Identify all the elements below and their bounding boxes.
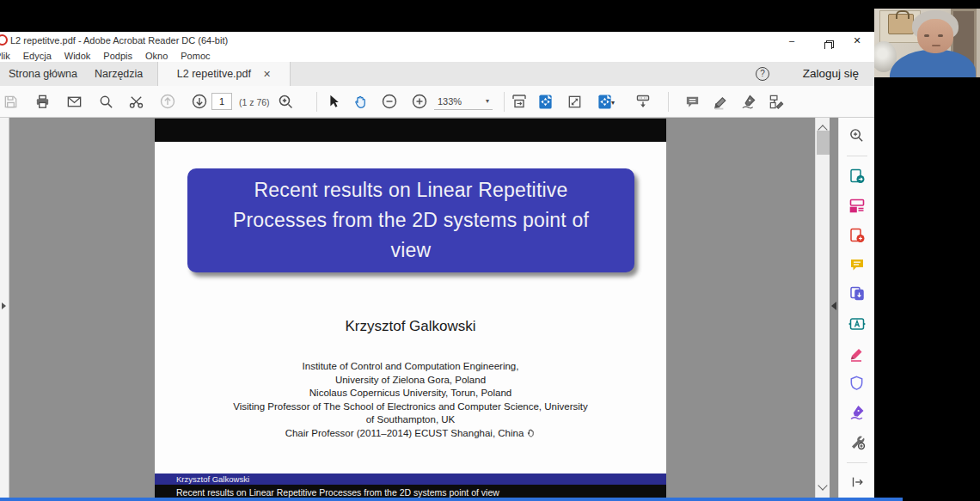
left-panel-rail[interactable] <box>0 118 9 501</box>
video-overlay-line <box>0 498 903 501</box>
affiliation-line: Institute of Control and Computation Eng… <box>155 360 666 374</box>
organize-pages-icon[interactable] <box>846 195 868 217</box>
chevron-down-icon: ▾ <box>486 97 489 105</box>
slide-top-black-band <box>155 119 666 142</box>
fill-sign-icon[interactable] <box>765 89 786 113</box>
scrolling-mode-icon[interactable] <box>633 89 653 113</box>
zoom-level-dropdown[interactable]: 133% ▾ <box>434 93 493 110</box>
scroll-down-icon[interactable] <box>819 482 826 489</box>
scan-ocr-icon[interactable] <box>846 313 868 334</box>
create-pdf-icon[interactable] <box>846 224 868 246</box>
affiliation-line: of Southampton, UK <box>155 413 666 427</box>
menu-widok[interactable]: Widok <box>64 51 91 61</box>
help-icon[interactable]: ? <box>756 67 769 81</box>
previous-page-icon[interactable] <box>157 89 178 113</box>
comment-tool-icon[interactable] <box>846 254 868 275</box>
select-tool-icon[interactable] <box>323 89 344 113</box>
sign-pen-icon[interactable] <box>738 89 758 113</box>
tab-bar: Strona główna Narzędzia L2 repetitve.pdf… <box>0 62 874 86</box>
affiliation-line-last: Chair Professor (2011–2014) ECUST Shangh… <box>155 427 666 441</box>
zoom-out-icon[interactable] <box>379 89 400 113</box>
search-tools-icon[interactable] <box>846 125 868 146</box>
main-toolbar: (1 z 76) 133% ▾ <box>0 86 874 118</box>
menu-podpis[interactable]: Podpis <box>103 51 132 61</box>
webcam-person-mouth <box>932 45 940 46</box>
webcam-frame <box>874 9 980 77</box>
scroll-up-icon[interactable] <box>819 123 826 130</box>
fill-sign-tool-icon[interactable] <box>846 401 868 423</box>
webcam-person-face <box>917 19 953 53</box>
slide-title-line: Recent results on Linear Repetitive <box>254 175 568 205</box>
combine-files-icon[interactable] <box>846 284 868 305</box>
slide-footer-author-bar: Krzysztof Galkowski <box>155 474 666 485</box>
rail-divider <box>847 462 867 463</box>
page-number-input[interactable] <box>211 93 232 110</box>
affiliation-line: Chair Professor (2011–2014) ECUST Shangh… <box>285 428 524 438</box>
tab-document[interactable]: L2 repetitve.pdf ✕ <box>157 62 291 86</box>
affiliation-line: Visiting Professor of The School of Elec… <box>155 400 666 414</box>
export-pdf-icon[interactable] <box>846 165 868 186</box>
tab-tools[interactable]: Narzędzia <box>95 62 143 86</box>
tab-close-icon[interactable]: ✕ <box>263 69 271 80</box>
email-icon[interactable] <box>64 89 84 113</box>
highlighter-icon[interactable] <box>710 89 731 113</box>
menu-bar: Plik Edycja Widok Podpis Okno Pomoc <box>0 49 874 62</box>
actual-size-icon[interactable] <box>564 89 585 113</box>
protect-icon[interactable] <box>846 372 868 394</box>
affiliation-line: Nicolaus Copernicus University, Torun, P… <box>155 387 666 400</box>
expand-left-panel-icon[interactable] <box>2 302 6 309</box>
toolbar-divider <box>316 92 317 112</box>
hand-tool-icon[interactable] <box>350 89 371 113</box>
redact-icon[interactable] <box>846 342 868 364</box>
webcam-box <box>888 14 914 34</box>
slide-author: Krzysztof Galkowski <box>155 318 666 335</box>
webcam-person-eye <box>938 34 943 37</box>
comment-icon[interactable] <box>682 89 702 113</box>
window-title: L2 repetitve.pdf - Adobe Acrobat Reader … <box>10 35 228 46</box>
next-page-icon[interactable] <box>189 89 210 113</box>
minimize-button[interactable]: – <box>787 35 797 46</box>
document-view-area: Recent results on Linear Repetitive Proc… <box>0 118 874 501</box>
fit-width-reflow-icon[interactable] <box>509 89 530 113</box>
tab-home[interactable]: Strona główna <box>9 62 77 86</box>
expand-panel-icon[interactable] <box>846 472 868 493</box>
screen-recording-frame: L2 repetitve.pdf - Adobe Acrobat Reader … <box>0 0 980 501</box>
save-icon[interactable] <box>0 89 21 113</box>
acrobat-window: L2 repetitve.pdf - Adobe Acrobat Reader … <box>0 32 874 501</box>
menu-okno[interactable]: Okno <box>145 51 168 61</box>
webcam-video <box>874 0 980 89</box>
title-bar: L2 repetitve.pdf - Adobe Acrobat Reader … <box>0 32 874 49</box>
slide-title-line: view <box>391 235 432 266</box>
rail-divider <box>847 156 867 156</box>
fit-page-icon[interactable] <box>535 89 555 113</box>
zoom-in-icon[interactable] <box>409 89 430 113</box>
marquee-zoom-icon[interactable] <box>275 89 296 113</box>
snapshot-scissors-icon[interactable] <box>126 89 146 113</box>
menu-pomoc[interactable]: Pomoc <box>181 51 210 61</box>
more-tools-icon[interactable] <box>846 431 868 452</box>
scrollbar-thumb[interactable] <box>817 131 830 155</box>
page-count-label: (1 z 76) <box>239 97 270 107</box>
pdf-page: Recent results on Linear Repetitive Proc… <box>155 119 666 501</box>
tab-document-label: L2 repetitve.pdf <box>177 68 251 80</box>
chevron-down-icon[interactable]: ▾ <box>611 99 615 107</box>
collapse-right-panel-icon[interactable] <box>831 302 836 310</box>
webcam-person-eye <box>924 34 929 37</box>
close-button[interactable]: ✕ <box>852 35 862 46</box>
tools-right-rail <box>838 118 874 501</box>
menu-edycja[interactable]: Edycja <box>23 51 52 61</box>
affiliation-line: University of Zielona Gora, Poland <box>155 374 666 388</box>
vertical-scrollbar[interactable] <box>815 118 830 501</box>
toolbar-divider <box>504 92 505 112</box>
slide-affiliations: Institute of Control and Computation Eng… <box>155 360 666 441</box>
zoom-level-value: 133% <box>438 96 462 107</box>
menu-plik[interactable]: Plik <box>0 51 10 61</box>
slide-title-line: Processes from the 2D systems point of <box>233 205 589 235</box>
toolbar-divider <box>668 92 669 112</box>
sign-in-button[interactable]: Zaloguj się <box>803 67 859 80</box>
slide-title-box: Recent results on Linear Repetitive Proc… <box>187 168 634 272</box>
hand-cursor-icon <box>526 428 536 438</box>
search-icon[interactable] <box>95 89 116 113</box>
print-icon[interactable] <box>32 89 52 113</box>
acrobat-app-icon <box>0 34 8 46</box>
